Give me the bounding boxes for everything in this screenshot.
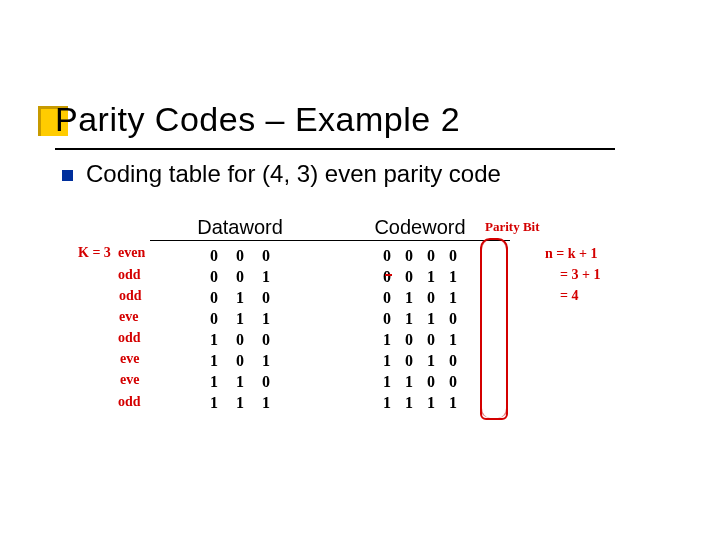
bit: 1 bbox=[210, 392, 218, 413]
bit: 1 bbox=[236, 371, 244, 392]
annot-row-parity: odd bbox=[119, 289, 142, 303]
bit: 0 bbox=[405, 350, 413, 371]
table-row: 0 1 0 0 1 0 1 bbox=[150, 287, 510, 308]
bit: 0 bbox=[427, 371, 435, 392]
bit: 1 bbox=[236, 392, 244, 413]
bit: 1 bbox=[210, 350, 218, 371]
annot-row-parity: odd bbox=[118, 268, 141, 282]
bit: 0 bbox=[262, 329, 270, 350]
bit: 0 bbox=[262, 245, 270, 266]
parity-column-highlight bbox=[480, 238, 508, 420]
bit: 0 bbox=[449, 245, 457, 266]
annot-row-parity: even bbox=[118, 246, 145, 260]
bit: 0 bbox=[383, 266, 391, 287]
annot-row-parity: eve bbox=[120, 373, 139, 387]
bit: 0 bbox=[236, 245, 244, 266]
table-row: 1 1 0 1 1 0 0 bbox=[150, 371, 510, 392]
bit: 1 bbox=[427, 266, 435, 287]
table-header-row: Dataword Codeword bbox=[150, 216, 510, 239]
bit: 0 bbox=[210, 308, 218, 329]
annot-row-parity: eve bbox=[119, 310, 138, 324]
bit: 0 bbox=[236, 329, 244, 350]
annot-n-eq: n = k + 1 bbox=[545, 247, 598, 261]
annot-k-eq: K = 3 bbox=[78, 246, 111, 260]
bit: 0 bbox=[449, 350, 457, 371]
dataword-cells: 1 1 1 bbox=[150, 392, 330, 413]
bit: 0 bbox=[262, 287, 270, 308]
dataword-cells: 1 0 0 bbox=[150, 329, 330, 350]
dataword-cells: 0 0 1 bbox=[150, 266, 330, 287]
bit: 1 bbox=[427, 350, 435, 371]
dataword-cells: 0 0 0 bbox=[150, 245, 330, 266]
dataword-cells: 0 1 1 bbox=[150, 308, 330, 329]
bit: 1 bbox=[427, 308, 435, 329]
bit: 0 bbox=[210, 287, 218, 308]
table-row: 0 0 0 0 0 0 0 bbox=[150, 245, 510, 266]
bit: 0 bbox=[405, 245, 413, 266]
slide-title: Parity Codes – Example 2 bbox=[55, 100, 460, 139]
bit: 0 bbox=[427, 287, 435, 308]
bit: 0 bbox=[383, 287, 391, 308]
bit: 1 bbox=[262, 350, 270, 371]
bit: 1 bbox=[236, 308, 244, 329]
bullet-square-icon bbox=[62, 170, 73, 181]
bit: 1 bbox=[262, 266, 270, 287]
stray-tick-icon bbox=[385, 274, 392, 276]
dataword-cells: 0 1 0 bbox=[150, 287, 330, 308]
table-row: 0 1 1 0 1 1 0 bbox=[150, 308, 510, 329]
col-header-dataword: Dataword bbox=[150, 216, 330, 239]
bit: 1 bbox=[383, 350, 391, 371]
bit: 1 bbox=[262, 308, 270, 329]
bit: 0 bbox=[383, 308, 391, 329]
bit: 0 bbox=[262, 371, 270, 392]
bit: 1 bbox=[449, 392, 457, 413]
bit: 1 bbox=[449, 287, 457, 308]
bit: 1 bbox=[405, 371, 413, 392]
bit: 0 bbox=[383, 245, 391, 266]
bit: 1 bbox=[405, 308, 413, 329]
bit: 0 bbox=[427, 245, 435, 266]
bit: 1 bbox=[236, 287, 244, 308]
annot-n-eq: = 4 bbox=[560, 289, 578, 303]
bit: 1 bbox=[405, 287, 413, 308]
slide-subtitle: Coding table for (4, 3) even parity code bbox=[86, 160, 501, 188]
bit: 0 bbox=[210, 245, 218, 266]
annot-row-parity: odd bbox=[118, 331, 141, 345]
bit: 0 bbox=[236, 266, 244, 287]
bit: 1 bbox=[262, 392, 270, 413]
header-rule bbox=[150, 240, 510, 241]
col-header-codeword: Codeword bbox=[330, 216, 510, 239]
bit: 1 bbox=[427, 392, 435, 413]
coding-table: Dataword Codeword 0 0 0 0 0 0 0 0 0 1 0 … bbox=[150, 216, 510, 413]
table-row: 0 0 1 0 0 1 1 bbox=[150, 266, 510, 287]
table-row: 1 1 1 1 1 1 1 bbox=[150, 392, 510, 413]
title-underline bbox=[55, 148, 615, 150]
bit: 1 bbox=[210, 329, 218, 350]
bit: 1 bbox=[405, 392, 413, 413]
bit: 1 bbox=[449, 266, 457, 287]
table-row: 1 0 0 1 0 0 1 bbox=[150, 329, 510, 350]
annot-n-eq: = 3 + 1 bbox=[560, 268, 600, 282]
bit: 0 bbox=[405, 266, 413, 287]
bit: 0 bbox=[449, 371, 457, 392]
bit: 1 bbox=[210, 371, 218, 392]
bit: 0 bbox=[210, 266, 218, 287]
bit: 0 bbox=[236, 350, 244, 371]
bit: 0 bbox=[449, 308, 457, 329]
bit: 0 bbox=[427, 329, 435, 350]
annot-parity-bit-label: Parity Bit bbox=[485, 220, 540, 234]
annot-row-parity: odd bbox=[118, 395, 141, 409]
bit: 1 bbox=[449, 329, 457, 350]
bit: 0 bbox=[405, 329, 413, 350]
table-row: 1 0 1 1 0 1 0 bbox=[150, 350, 510, 371]
annot-row-parity: eve bbox=[120, 352, 139, 366]
bit: 1 bbox=[383, 329, 391, 350]
dataword-cells: 1 1 0 bbox=[150, 371, 330, 392]
bit: 1 bbox=[383, 371, 391, 392]
bit: 1 bbox=[383, 392, 391, 413]
dataword-cells: 1 0 1 bbox=[150, 350, 330, 371]
